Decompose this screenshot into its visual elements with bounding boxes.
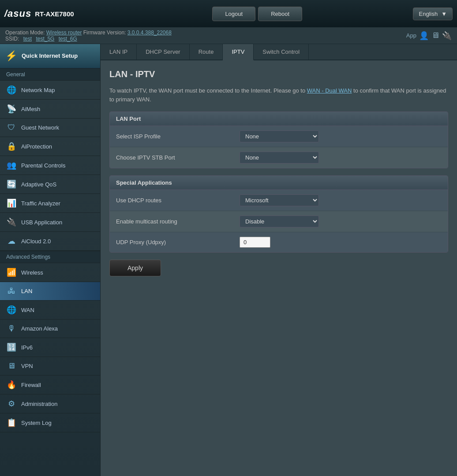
sidebar-item-wan[interactable]: 🌐 WAN xyxy=(0,301,100,320)
sidebar-item-adaptive-qos[interactable]: 🔄 Adaptive QoS xyxy=(0,175,100,194)
ipv6-label: IPv6 xyxy=(21,344,33,351)
sidebar-item-administration[interactable]: ⚙ Administration xyxy=(0,394,100,413)
top-nav: Logout Reboot xyxy=(101,7,413,21)
sidebar-item-aimesh[interactable]: 📡 AiMesh xyxy=(0,100,100,119)
top-bar: /asus RT-AXE7800 Logout Reboot English ▼ xyxy=(0,0,457,27)
udp-proxy-input[interactable] xyxy=(240,237,270,248)
tab-dhcp-server[interactable]: DHCP Server xyxy=(137,44,190,60)
aicloud-icon: ☁ xyxy=(6,236,17,246)
tab-switch-control[interactable]: Switch Control xyxy=(254,44,309,60)
traffic-analyzer-label: Traffic Analyzer xyxy=(21,200,60,207)
language-selector[interactable]: English ▼ xyxy=(413,7,453,20)
firewall-icon: 🔥 xyxy=(6,380,17,390)
tab-lan-ip[interactable]: LAN IP xyxy=(101,44,137,60)
iptv-stb-port-label: Choose IPTV STB Port xyxy=(116,154,240,161)
tab-route[interactable]: Route xyxy=(190,44,223,60)
isp-profile-label: Select ISP Profile xyxy=(116,133,240,140)
sidebar-item-system-log[interactable]: 📋 System Log xyxy=(0,413,100,432)
usb-application-label: USB Application xyxy=(21,219,62,226)
udp-proxy-label: UDP Proxy (Udpxy) xyxy=(116,239,240,245)
monitor-icon[interactable]: 🖥 xyxy=(431,31,439,40)
tab-bar: LAN IP DHCP Server Route IPTV Switch Con… xyxy=(101,44,457,60)
sidebar-item-firewall[interactable]: 🔥 Firewall xyxy=(0,376,100,394)
iptv-stb-port-select[interactable]: None LAN1 LAN2 LAN3 LAN4 xyxy=(240,152,319,164)
lan-label: LAN xyxy=(21,288,32,294)
sidebar-item-ipv6[interactable]: 🔢 IPv6 xyxy=(0,338,100,357)
asus-logo: /asus xyxy=(4,8,31,19)
sidebar-item-usb-application[interactable]: 🔌 USB Application xyxy=(0,213,100,232)
lan-port-header: LAN Port xyxy=(110,112,448,126)
guest-network-icon: 🛡 xyxy=(6,123,17,132)
status-right-icons: App 👤 🖥 🔌 xyxy=(406,31,452,41)
wireless-icon: 📶 xyxy=(6,268,17,277)
tab-iptv[interactable]: IPTV xyxy=(223,44,254,60)
aicloud-label: AiCloud 2.0 xyxy=(21,238,51,245)
sidebar-item-aiprotection[interactable]: 🔒 AiProtection xyxy=(0,137,100,156)
status-info: Operation Mode: Wireless router Firmware… xyxy=(5,30,172,42)
udp-proxy-row: UDP Proxy (Udpxy) xyxy=(110,232,448,252)
multicast-routing-label: Enable multicast routing xyxy=(116,218,240,225)
multicast-routing-row: Enable multicast routing Disable Enable xyxy=(110,211,448,232)
usb-application-icon: 🔌 xyxy=(6,217,17,227)
iptv-stb-port-control: None LAN1 LAN2 LAN3 LAN4 xyxy=(240,152,442,164)
multicast-routing-select[interactable]: Disable Enable xyxy=(240,216,319,227)
special-apps-header: Special Applications xyxy=(110,176,448,190)
dhcp-routes-select[interactable]: Microsoft Disable Enable xyxy=(240,194,319,206)
logo-area: /asus RT-AXE7800 xyxy=(4,8,101,19)
sidebar: ⚡ Quick Internet Setup General 🌐 Network… xyxy=(0,44,101,476)
aimesh-label: AiMesh xyxy=(21,106,40,112)
quick-setup-button[interactable]: ⚡ Quick Internet Setup xyxy=(0,44,100,68)
sidebar-item-vpn[interactable]: 🖥 VPN xyxy=(0,357,100,376)
network-map-icon: 🌐 xyxy=(6,85,17,95)
wan-icon: 🌐 xyxy=(6,305,17,315)
ssid-test[interactable]: test xyxy=(23,36,32,42)
content-area: LAN IP DHCP Server Route IPTV Switch Con… xyxy=(101,44,457,476)
apply-button[interactable]: Apply xyxy=(109,260,161,276)
user-icon[interactable]: 👤 xyxy=(419,31,429,41)
app-label: App xyxy=(406,32,416,39)
page-title: LAN - IPTV xyxy=(109,69,448,79)
administration-icon: ⚙ xyxy=(6,399,17,409)
operation-mode-link[interactable]: Wireless router xyxy=(46,30,82,36)
special-apps-section: Special Applications Use DHCP routes Mic… xyxy=(109,175,448,253)
sidebar-item-aicloud[interactable]: ☁ AiCloud 2.0 xyxy=(0,232,100,251)
network-map-label: Network Map xyxy=(21,87,55,93)
ssid-test-5g[interactable]: test_5G xyxy=(36,36,54,42)
isp-profile-select[interactable]: None Auto Manual xyxy=(240,130,319,142)
dhcp-routes-row: Use DHCP routes Microsoft Disable Enable xyxy=(110,190,448,211)
administration-label: Administration xyxy=(21,401,57,407)
firmware-version-link[interactable]: 3.0.0.4.388_22068 xyxy=(127,30,172,36)
dhcp-routes-label: Use DHCP routes xyxy=(116,197,240,204)
aiprotection-icon: 🔒 xyxy=(6,141,17,151)
parental-controls-label: Parental Controls xyxy=(21,162,65,169)
sidebar-item-parental-controls[interactable]: 👥 Parental Controls xyxy=(0,156,100,175)
sidebar-item-amazon-alexa[interactable]: 🎙 Amazon Alexa xyxy=(0,320,100,338)
guest-network-label: Guest Network xyxy=(21,124,59,131)
quick-setup-icon: ⚡ xyxy=(5,50,17,62)
wan-label: WAN xyxy=(21,307,34,313)
usb-icon[interactable]: 🔌 xyxy=(442,31,452,41)
sidebar-item-network-map[interactable]: 🌐 Network Map xyxy=(0,81,100,100)
parental-controls-icon: 👥 xyxy=(6,160,17,170)
sidebar-item-traffic-analyzer[interactable]: 📊 Traffic Analyzer xyxy=(0,194,100,213)
page-content: LAN - IPTV To watch IPTV, the WAN port m… xyxy=(101,60,457,476)
sidebar-item-lan[interactable]: 🖧 LAN xyxy=(0,282,100,301)
isp-profile-control: None Auto Manual xyxy=(240,130,442,142)
sidebar-item-guest-network[interactable]: 🛡 Guest Network xyxy=(0,119,100,137)
wan-dual-wan-link[interactable]: WAN - Dual WAN xyxy=(307,87,352,94)
quick-setup-label: Quick Internet Setup xyxy=(22,52,78,60)
wireless-label: Wireless xyxy=(21,269,43,276)
traffic-analyzer-icon: 📊 xyxy=(6,198,17,208)
ipv6-icon: 🔢 xyxy=(6,342,17,352)
ssid-test-6g[interactable]: test_6G xyxy=(59,36,77,42)
aiprotection-label: AiProtection xyxy=(21,143,52,150)
page-description: To watch IPTV, the WAN port must be conn… xyxy=(109,86,448,104)
main-layout: ⚡ Quick Internet Setup General 🌐 Network… xyxy=(0,44,457,476)
vpn-label: VPN xyxy=(21,363,33,369)
amazon-alexa-label: Amazon Alexa xyxy=(21,325,58,332)
adaptive-qos-label: Adaptive QoS xyxy=(21,181,56,188)
logout-button[interactable]: Logout xyxy=(212,7,255,21)
sidebar-item-wireless[interactable]: 📶 Wireless xyxy=(0,263,100,282)
reboot-button[interactable]: Reboot xyxy=(258,7,302,21)
general-section-header: General xyxy=(0,68,100,81)
